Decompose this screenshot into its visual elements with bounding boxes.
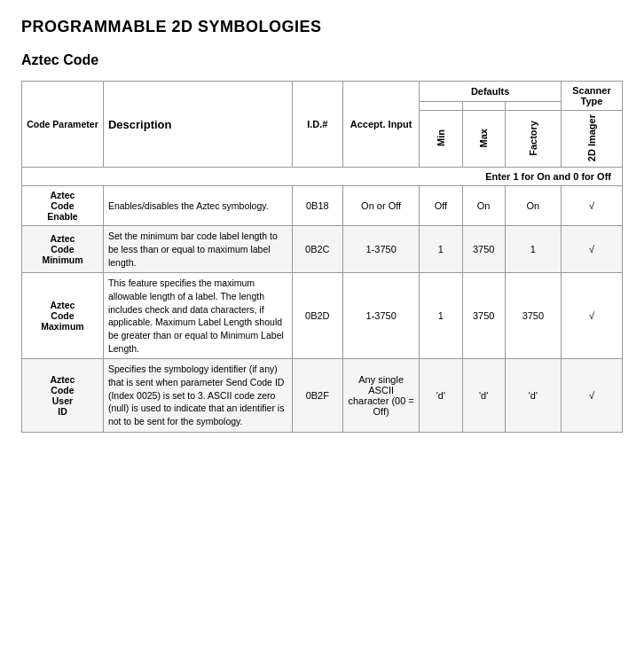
cell-code-param: AztecCodeEnable <box>22 186 104 226</box>
cell-id: 0B2C <box>292 226 342 273</box>
cell-description: This feature specifies the maximum allow… <box>103 273 292 359</box>
table-row: AztecCodeEnableEnables/disables the Azte… <box>22 186 623 226</box>
col-header-factory: Factory <box>505 111 561 168</box>
col-header-accept: Accept. Input <box>343 82 420 168</box>
col-header-scanner-type: Scanner Type <box>561 82 622 111</box>
table-body: AztecCodeEnableEnables/disables the Azte… <box>22 186 623 433</box>
cell-code-param: AztecCodeUserID <box>22 359 104 432</box>
cell-scanner: √ <box>561 186 622 226</box>
cell-id: 0B18 <box>292 186 342 226</box>
cell-min: 1 <box>420 273 462 359</box>
table-row: AztecCodeMaximumThis feature specifies t… <box>22 273 623 359</box>
cell-accept: 1-3750 <box>343 273 420 359</box>
col-header-max-empty <box>462 102 505 111</box>
cell-max: 3750 <box>462 273 505 359</box>
header-row-1: Code Parameter Description I.D.# Accept.… <box>22 82 623 102</box>
col-header-max: Max <box>462 111 505 168</box>
cell-factory: 'd' <box>505 359 561 432</box>
cell-scanner: √ <box>561 359 622 432</box>
col-header-description: Description <box>103 82 292 168</box>
col-header-code-param: Code Parameter <box>22 82 104 168</box>
col-header-min-empty <box>420 102 462 111</box>
enter-row: Enter 1 for On and 0 for Off <box>22 168 623 186</box>
cell-max: 3750 <box>462 226 505 273</box>
section-title: Aztec Code <box>21 52 623 68</box>
cell-min: 'd' <box>420 359 462 432</box>
col-header-min: Min <box>420 111 462 168</box>
cell-id: 0B2F <box>292 359 342 432</box>
cell-accept: On or Off <box>343 186 420 226</box>
cell-max: 'd' <box>462 359 505 432</box>
cell-code-param: AztecCodeMinimum <box>22 226 104 273</box>
cell-code-param: AztecCodeMaximum <box>22 273 104 359</box>
col-header-defaults: Defaults <box>420 82 562 102</box>
cell-id: 0B2D <box>292 273 342 359</box>
cell-scanner: √ <box>561 226 622 273</box>
cell-min: Off <box>420 186 462 226</box>
cell-accept: Any single ASCII character (00 = Off) <box>343 359 420 432</box>
table-row: AztecCodeUserIDSpecifies the symbology i… <box>22 359 623 432</box>
cell-scanner: √ <box>561 273 622 359</box>
page-title: PROGRAMMABLE 2D SYMBOLOGIES <box>21 18 623 36</box>
col-header-id: I.D.# <box>292 82 342 168</box>
cell-accept: 1-3750 <box>343 226 420 273</box>
table-row: AztecCodeMinimumSet the minimum bar code… <box>22 226 623 273</box>
cell-description: Set the minimum bar code label length to… <box>103 226 292 273</box>
cell-min: 1 <box>420 226 462 273</box>
cell-factory: 3750 <box>505 273 561 359</box>
enter-row-text: Enter 1 for On and 0 for Off <box>22 168 623 186</box>
col-header-factory-empty <box>505 102 561 111</box>
symbologies-table: Code Parameter Description I.D.# Accept.… <box>21 81 623 433</box>
col-header-2d-imager: 2D Imager <box>561 111 622 168</box>
cell-factory: On <box>505 186 561 226</box>
cell-max: On <box>462 186 505 226</box>
cell-factory: 1 <box>505 226 561 273</box>
cell-description: Specifies the symbology identifier (if a… <box>103 359 292 432</box>
cell-description: Enables/disables the Aztec symbology. <box>103 186 292 226</box>
